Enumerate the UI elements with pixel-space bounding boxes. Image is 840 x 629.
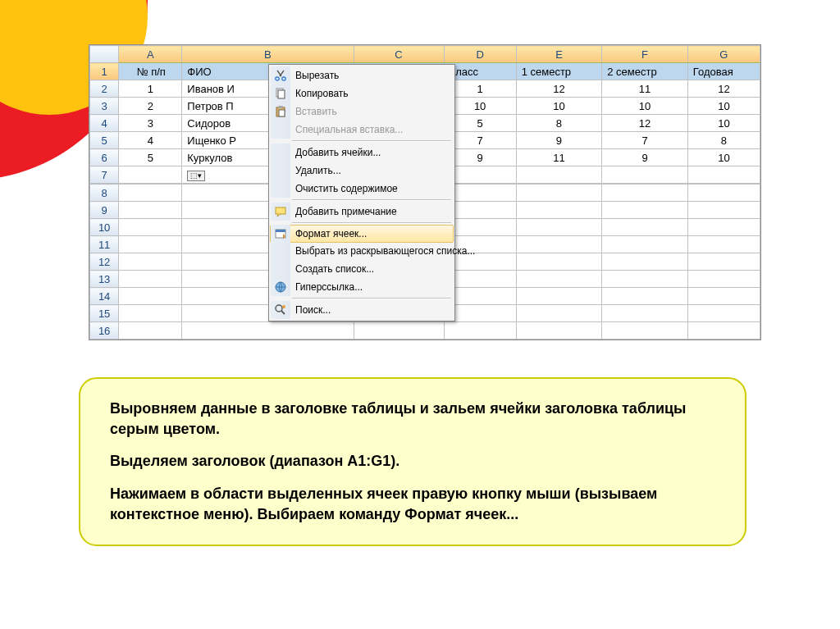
col-head-E[interactable]: E [516,46,602,63]
cell[interactable]: 10 [516,98,602,115]
cell[interactable] [602,271,688,288]
row-head-10[interactable]: 10 [90,219,119,236]
cell[interactable] [687,202,760,219]
cell[interactable] [687,288,760,305]
cell[interactable] [119,236,182,253]
row-head-2[interactable]: 2 [90,80,119,98]
cell[interactable]: 12 [602,115,688,132]
cell[interactable] [602,166,688,184]
cell[interactable] [516,322,602,340]
row-head-13[interactable]: 13 [90,271,119,288]
cell[interactable] [119,185,182,202]
cell[interactable] [119,288,182,305]
cell[interactable] [602,305,688,322]
col-head-B[interactable]: B [182,46,354,63]
row-head-6[interactable]: 6 [90,149,119,166]
col-head-G[interactable]: G [687,46,760,63]
col-head-C[interactable]: C [354,46,444,63]
row-head-3[interactable]: 3 [90,98,119,115]
cell[interactable]: 7 [602,132,688,149]
col-head-F[interactable]: F [602,46,688,63]
cell[interactable]: 11 [602,80,688,98]
row-head-14[interactable]: 14 [90,288,119,305]
cell[interactable] [602,288,688,305]
row-head-12[interactable]: 12 [90,253,119,271]
cell[interactable] [354,322,444,340]
row-head-8[interactable]: 8 [90,185,119,202]
cell[interactable] [119,166,182,184]
row-head-1[interactable]: 1 [90,63,119,80]
menu-item-cut[interactable]: Вырезать [271,66,453,84]
cell[interactable] [119,271,182,288]
cell[interactable] [602,219,688,236]
cell[interactable]: 8 [687,132,760,149]
cell[interactable] [602,185,688,202]
row-head-15[interactable]: 15 [90,305,119,322]
col-head-A[interactable]: A [119,46,182,63]
menu-item-comment[interactable]: Добавить примечание [271,203,453,221]
cell[interactable] [687,271,760,288]
cell[interactable]: 2 [119,98,182,115]
cell[interactable] [516,236,602,253]
row-head-7[interactable]: 7 [90,166,119,184]
cell[interactable] [119,253,182,271]
cell[interactable] [687,166,760,184]
cell[interactable] [516,219,602,236]
menu-item-hyperlink[interactable]: Гиперссылка... [271,278,453,296]
cell[interactable] [119,322,182,340]
row-head-4[interactable]: 4 [90,115,119,132]
menu-item-clear[interactable]: Очистить содержимое [271,180,453,198]
cell[interactable] [602,236,688,253]
cell[interactable] [602,202,688,219]
row-head-9[interactable]: 9 [90,202,119,219]
cell[interactable] [444,322,516,340]
cell[interactable]: 12 [687,80,760,98]
cell[interactable] [516,202,602,219]
smart-tag-icon[interactable]: ⬚▾ [187,171,205,181]
cell-F1[interactable]: 2 семестр [602,63,688,80]
menu-item-format[interactable]: Формат ячеек... [270,225,454,243]
cell[interactable]: 12 [516,80,602,98]
cell[interactable]: 11 [516,149,602,166]
cell[interactable] [602,322,688,340]
cell[interactable]: 10 [687,149,760,166]
cell-A1[interactable]: № п/п [119,63,182,80]
cell[interactable] [687,322,760,340]
cell-E1[interactable]: 1 семестр [516,63,602,80]
cell[interactable] [687,219,760,236]
col-head-D[interactable]: D [444,46,516,63]
cell[interactable] [516,253,602,271]
cell[interactable] [119,305,182,322]
cell[interactable]: 10 [687,98,760,115]
cell[interactable]: 8 [516,115,602,132]
menu-item-insert[interactable]: Добавить ячейки... [271,144,453,162]
cell[interactable] [516,305,602,322]
menu-item-copy[interactable]: Копировать [271,84,453,103]
row-head-16[interactable]: 16 [90,322,119,340]
cell[interactable]: 9 [516,132,602,149]
cell[interactable] [119,202,182,219]
cell[interactable] [119,219,182,236]
menu-item-list[interactable]: Создать список... [271,260,453,278]
cell[interactable] [687,305,760,322]
select-all-corner[interactable] [90,46,119,63]
cell[interactable] [687,185,760,202]
cell[interactable] [516,271,602,288]
cell[interactable] [182,322,354,340]
cell[interactable] [602,253,688,271]
cell[interactable]: 4 [119,132,182,149]
cell[interactable] [516,288,602,305]
cell-G1[interactable]: Годовая [687,63,760,80]
menu-item-find[interactable]: Поиск... [271,301,453,319]
cell[interactable] [516,185,602,202]
cell[interactable] [687,253,760,271]
menu-item-pick[interactable]: Выбрать из раскрывающегося списка... [271,242,453,260]
cell[interactable]: 1 [119,80,182,98]
cell[interactable]: 10 [602,98,688,115]
row-head-5[interactable]: 5 [90,132,119,149]
cell[interactable] [687,236,760,253]
menu-item-delete[interactable]: Удалить... [271,162,453,180]
cell[interactable] [516,166,602,184]
cell[interactable]: 10 [687,115,760,132]
cell[interactable]: 3 [119,115,182,132]
